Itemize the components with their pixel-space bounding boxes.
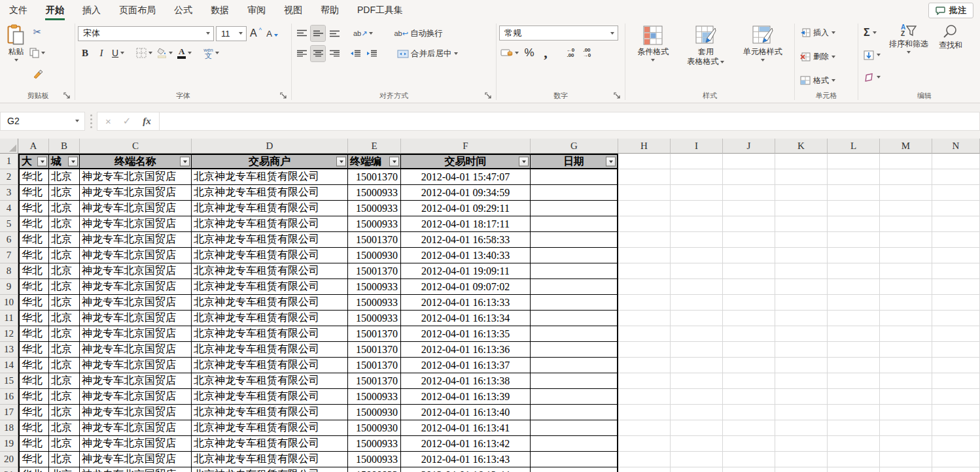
tab-视图[interactable]: 视图	[275, 0, 311, 21]
cell-M9[interactable]	[880, 279, 932, 295]
cell-A14[interactable]: 华北	[18, 358, 49, 373]
tab-页面布局[interactable]: 页面布局	[110, 0, 165, 21]
cell-G15[interactable]	[531, 373, 618, 389]
cell-K3[interactable]	[775, 185, 828, 201]
column-header-J[interactable]: J	[723, 139, 775, 154]
row-header-11[interactable]: 11	[0, 311, 18, 326]
cell-A1[interactable]: 大	[18, 154, 49, 169]
row-header-17[interactable]: 17	[0, 405, 18, 420]
cell-H17[interactable]	[618, 405, 671, 420]
cell-B10[interactable]: 北京	[49, 295, 80, 311]
underline-button[interactable]: U	[111, 45, 126, 61]
cell-L14[interactable]	[828, 358, 880, 373]
cell-J19[interactable]	[723, 436, 775, 452]
cell-A4[interactable]: 华北	[18, 201, 49, 216]
cell-E15[interactable]: 15001370	[348, 373, 401, 389]
cell-L20[interactable]	[828, 452, 880, 467]
cell-G1[interactable]: 日期	[531, 154, 618, 169]
cell-L3[interactable]	[828, 185, 880, 201]
cell-J7[interactable]	[723, 248, 775, 263]
tab-数据[interactable]: 数据	[201, 0, 238, 21]
cell-G3[interactable]	[531, 185, 618, 201]
cell-J3[interactable]	[723, 185, 775, 201]
alignment-dialog-launcher[interactable]	[485, 92, 492, 99]
cell-M16[interactable]	[880, 389, 932, 405]
cell-B9[interactable]: 北京	[49, 279, 80, 295]
fill-button[interactable]	[862, 48, 882, 62]
conditional-formatting-button[interactable]: 条件格式	[634, 23, 672, 64]
cell-N15[interactable]	[932, 373, 980, 389]
cell-I20[interactable]	[671, 452, 723, 467]
row-header-4[interactable]: 4	[0, 201, 18, 216]
paste-button[interactable]: 粘贴	[4, 23, 28, 64]
cell-N21[interactable]	[932, 467, 980, 472]
cell-D1[interactable]: 交易商户	[192, 154, 348, 169]
cell-L7[interactable]	[828, 248, 880, 263]
column-header-N[interactable]: N	[932, 139, 980, 154]
cell-F2[interactable]: 2012-04-01 15:47:07	[401, 169, 531, 185]
cell-J21[interactable]	[723, 467, 775, 472]
cell-E2[interactable]: 15001370	[348, 169, 401, 185]
cell-F10[interactable]: 2012-04-01 16:13:33	[401, 295, 531, 311]
cell-N14[interactable]	[932, 358, 980, 373]
cell-D19[interactable]: 北京神龙专车租赁有限公司	[192, 436, 348, 452]
cell-L15[interactable]	[828, 373, 880, 389]
cell-A20[interactable]: 华北	[18, 452, 49, 467]
cell-C8[interactable]: 神龙专车北京国贸店	[80, 263, 192, 279]
cell-C19[interactable]: 神龙专车北京国贸店	[80, 436, 192, 452]
cell-C17[interactable]: 神龙专车北京国贸店	[80, 405, 192, 420]
percent-style-button[interactable]: %	[522, 45, 536, 61]
cell-G20[interactable]	[531, 452, 618, 467]
cell-E21[interactable]: 15000933	[348, 467, 401, 472]
cell-G8[interactable]	[531, 263, 618, 279]
clipboard-dialog-launcher[interactable]	[63, 92, 71, 99]
cell-E4[interactable]: 15000933	[348, 201, 401, 216]
cell-J8[interactable]	[723, 263, 775, 279]
cell-L12[interactable]	[828, 326, 880, 342]
cell-N17[interactable]	[932, 405, 980, 420]
row-header-10[interactable]: 10	[0, 295, 18, 311]
cell-C2[interactable]: 神龙专车北京国贸店	[80, 169, 192, 185]
fill-color-button[interactable]	[156, 45, 174, 61]
number-dialog-launcher[interactable]	[614, 92, 621, 99]
align-middle-button[interactable]	[311, 25, 325, 41]
cell-E18[interactable]: 15000930	[348, 420, 401, 436]
row-header-6[interactable]: 6	[0, 232, 18, 248]
cell-M8[interactable]	[880, 263, 932, 279]
cell-F3[interactable]: 2012-04-01 09:34:59	[401, 185, 531, 201]
cell-K1[interactable]	[775, 154, 828, 169]
font-size-combo[interactable]: 11	[216, 26, 247, 41]
tab-文件[interactable]: 文件	[0, 0, 37, 21]
cell-I3[interactable]	[671, 185, 723, 201]
cell-B6[interactable]: 北京	[49, 232, 80, 248]
cell-I12[interactable]	[671, 326, 723, 342]
cell-B18[interactable]: 北京	[49, 420, 80, 436]
row-header-16[interactable]: 16	[0, 389, 18, 405]
row-header-3[interactable]: 3	[0, 185, 18, 201]
cell-D9[interactable]: 北京神龙专车租赁有限公司	[192, 279, 348, 295]
cell-J4[interactable]	[723, 201, 775, 216]
cell-J9[interactable]	[723, 279, 775, 295]
column-header-I[interactable]: I	[671, 139, 723, 154]
cell-F13[interactable]: 2012-04-01 16:13:36	[401, 342, 531, 358]
cell-A9[interactable]: 华北	[18, 279, 49, 295]
cell-A19[interactable]: 华北	[18, 436, 49, 452]
row-header-7[interactable]: 7	[0, 248, 18, 263]
decrease-font-button[interactable]: A	[265, 25, 279, 41]
borders-button[interactable]	[135, 45, 154, 61]
filter-button-A[interactable]	[37, 157, 47, 167]
cell-B1[interactable]: 城	[49, 154, 80, 169]
cell-A3[interactable]: 华北	[18, 185, 49, 201]
row-header-9[interactable]: 9	[0, 279, 18, 295]
cell-H8[interactable]	[618, 263, 671, 279]
cell-A11[interactable]: 华北	[18, 311, 49, 326]
sort-filter-button[interactable]: AZ 排序和筛选	[886, 23, 932, 56]
format-as-table-button[interactable]: 套用 表格格式	[684, 23, 727, 69]
align-top-button[interactable]	[294, 25, 309, 41]
cell-C4[interactable]: 神龙专车北京国贸店	[80, 201, 192, 216]
cell-F14[interactable]: 2012-04-01 16:13:37	[401, 358, 531, 373]
cell-B12[interactable]: 北京	[49, 326, 80, 342]
cancel-button[interactable]: ×	[105, 116, 111, 127]
clear-button[interactable]	[862, 70, 882, 84]
cell-F5[interactable]: 2012-04-01 18:17:11	[401, 216, 531, 232]
